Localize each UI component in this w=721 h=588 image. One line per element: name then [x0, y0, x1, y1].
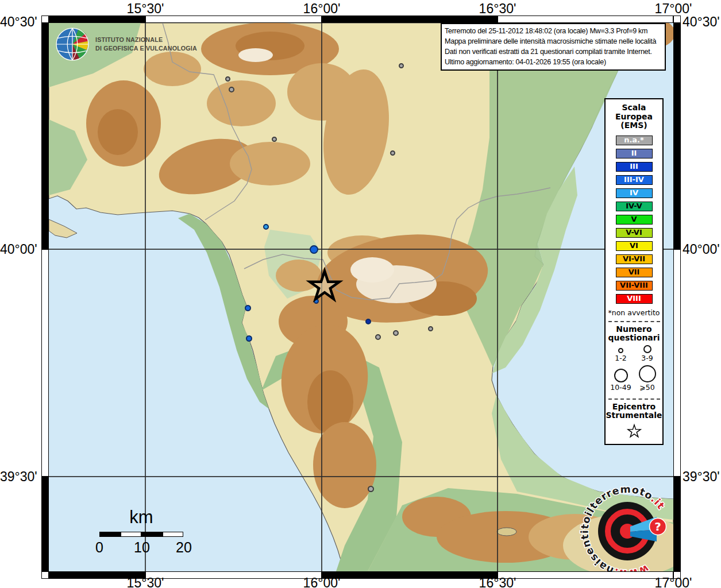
- questionnaire-size-label: 10-49: [610, 383, 631, 392]
- scale-tick-label: 20: [167, 539, 201, 556]
- tick-label-bottom: 15°30': [119, 575, 171, 588]
- ems-swatch-V-VI: V-VI: [616, 228, 653, 238]
- tick-label-bottom: 17°00': [647, 575, 699, 588]
- ems-swatch-III-IV: III-IV: [616, 175, 653, 185]
- ems-swatch-VIII: VIII: [616, 294, 653, 304]
- epicenter-star[interactable]: [304, 266, 345, 306]
- questionnaire-size-label: ⩾50: [639, 383, 654, 392]
- locality-dot[interactable]: [225, 76, 230, 82]
- legend-separator: [608, 321, 660, 322]
- legend-separator-2: [608, 399, 660, 400]
- ems-swatch-VI: VI: [616, 241, 653, 251]
- tick-label-right: 40°00': [683, 242, 720, 257]
- map-frame-left: [41, 16, 49, 579]
- earthquake-info-box: Terremoto del 25-11-2012 18:48:02 (ora l…: [441, 23, 666, 71]
- map-viewport[interactable]: ISTITUTO NAZIONALE DI GEOFISICA E VULCAN…: [49, 23, 673, 571]
- map-frame-right: [673, 16, 681, 579]
- legend-panel: Scala Europea (EMS) n.a.*IIIIIIII-IVIVIV…: [604, 98, 664, 445]
- tick-label-top: 16°30': [472, 1, 523, 16]
- locality-dot[interactable]: [246, 335, 252, 342]
- tick-label-right: 40°30': [683, 14, 720, 29]
- locality-dot[interactable]: [263, 224, 269, 230]
- ingv-line2: DI GEOFISICA E VULCANOLOGIA: [95, 44, 197, 53]
- locality-dot[interactable]: [399, 63, 404, 68]
- ems-swatch-II: II: [616, 149, 653, 158]
- locality-dot[interactable]: [428, 326, 433, 331]
- tick-label-left: 39°30': [0, 469, 37, 484]
- tick-label-top: 16°00': [296, 1, 348, 16]
- ems-swatch-V: V: [616, 215, 653, 225]
- haisentito-logo[interactable]: ? www.haisentitoilterremoto.it: [579, 482, 673, 571]
- locality-dot[interactable]: [368, 486, 374, 492]
- legend-title: Scala Europea (EMS): [615, 103, 653, 130]
- questionnaire-circle: [618, 348, 623, 353]
- tick-label-bottom: 16°00': [296, 575, 348, 588]
- scale-bar-graphic: [99, 532, 183, 537]
- locality-dot[interactable]: [272, 137, 277, 142]
- questionnaire-size-label: 3-9: [641, 354, 653, 362]
- epicenter-star-icon: [626, 423, 643, 440]
- questionnaire-circle: [614, 369, 628, 382]
- questionnaire-size-label: 1-2: [615, 354, 626, 362]
- locality-dot[interactable]: [390, 150, 395, 156]
- ems-intensity-scale: n.a.*IIIIIIII-IVIVIV-VVV-VIVIVI-VIIVIIVI…: [616, 136, 653, 304]
- locality-dot[interactable]: [365, 319, 371, 324]
- ems-swatch-VI-VII: VI-VII: [616, 254, 653, 264]
- map-frame-top: [41, 16, 681, 23]
- ems-swatch-VII-VIII: VII-VIII: [616, 281, 653, 291]
- ems-swatch-VII: VII: [616, 268, 653, 277]
- scale-unit-label: km: [107, 507, 176, 528]
- ems-swatch-III: III: [616, 162, 653, 172]
- tick-label-right: 39°30': [683, 469, 720, 484]
- scale-tick-label: 10: [125, 539, 159, 556]
- ingv-globe-icon: [55, 26, 90, 62]
- ingv-line1: ISTITUTO NAZIONALE: [95, 36, 197, 44]
- epicenter-title: Epicentro Strumentale: [606, 403, 662, 420]
- ingv-logo[interactable]: ISTITUTO NAZIONALE DI GEOFISICA E VULCAN…: [55, 26, 205, 62]
- info-line-3: Dati non verificati estratti da 21 quest…: [445, 47, 662, 57]
- info-line-1: Terremoto del 25-11-2012 18:48:02 (ora l…: [445, 26, 662, 36]
- questionnaire-circle: [639, 365, 656, 382]
- locality-dot[interactable]: [310, 245, 318, 254]
- info-line-2: Mappa preliminare delle intensità macros…: [445, 36, 662, 47]
- ems-swatch-IV: IV: [616, 188, 653, 198]
- ingv-wordmark: ISTITUTO NAZIONALE DI GEOFISICA E VULCAN…: [95, 36, 197, 53]
- locality-dot[interactable]: [375, 334, 381, 340]
- question-mark: ?: [654, 520, 661, 533]
- ems-swatch-n.a.*: n.a.*: [616, 136, 653, 145]
- locality-dot[interactable]: [393, 330, 399, 336]
- tick-label-top: 15°30': [119, 1, 171, 16]
- locality-dot[interactable]: [245, 305, 251, 311]
- questionnaire-circle: [643, 345, 651, 353]
- tick-label-left: 40°00': [0, 242, 37, 257]
- legend-footnote: *non avvertito: [608, 308, 660, 317]
- tick-label-bottom: 16°30': [472, 575, 523, 588]
- questionnaire-size-key: 1-23-910-49⩾50: [608, 345, 660, 394]
- info-line-4: Ultimo aggiornamento: 04-01-2026 19:55 (…: [445, 57, 662, 67]
- macroseismic-map-page: ISTITUTO NAZIONALE DI GEOFISICA E VULCAN…: [0, 0, 721, 588]
- scale-tick-label: 0: [82, 539, 117, 556]
- ems-swatch-IV-V: IV-V: [616, 202, 653, 211]
- tick-label-left: 40°30': [0, 14, 37, 29]
- questionnaires-title: Numero questionari: [608, 325, 660, 343]
- locality-dot[interactable]: [229, 87, 234, 92]
